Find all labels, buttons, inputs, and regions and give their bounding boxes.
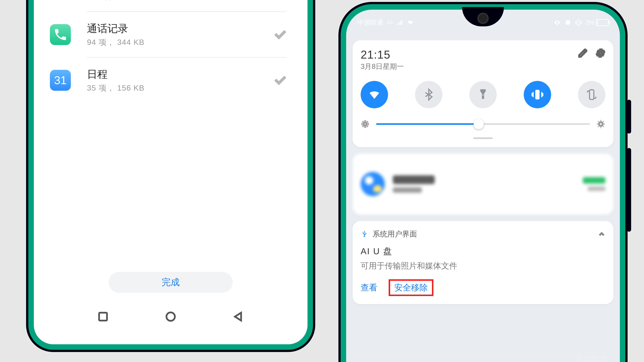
row-subtitle: 870 项， 2.47 MB bbox=[87, 0, 274, 2]
weather-app-icon bbox=[361, 172, 385, 196]
notif-title: AI U 盘 bbox=[361, 246, 605, 257]
notif-desc: 可用于传输照片和媒体文件 bbox=[361, 261, 605, 271]
android-nav-bar bbox=[34, 306, 308, 328]
qs-time: 21:15 bbox=[361, 48, 404, 61]
notification-item-blurred[interactable] bbox=[352, 153, 614, 215]
row-subtitle: 94 项， 344 KB bbox=[87, 37, 274, 47]
svg-line-13 bbox=[362, 126, 364, 127]
row-title: 通话记录 bbox=[87, 21, 274, 35]
svg-point-15 bbox=[599, 122, 602, 126]
backup-list: 信息 870 项， 2.47 MB 通话记录 94 项， 344 KB 31 bbox=[34, 0, 308, 103]
flashlight-toggle[interactable] bbox=[469, 81, 497, 108]
quick-settings-panel: 21:15 3月8日星期一 bbox=[352, 40, 614, 147]
qs-drag-handle[interactable] bbox=[473, 137, 493, 139]
wifi-toggle[interactable] bbox=[361, 81, 388, 108]
left-phone-frame: 信息 870 项， 2.47 MB 通话记录 94 项， 344 KB 31 bbox=[34, 0, 308, 344]
edit-tiles-button[interactable] bbox=[578, 48, 588, 58]
svg-point-1 bbox=[166, 313, 175, 321]
svg-rect-4 bbox=[535, 90, 540, 99]
brightness-slider[interactable] bbox=[361, 119, 605, 129]
row-subtitle: 35 项， 156 KB bbox=[87, 83, 274, 93]
right-phone-frame: 中国联通 4G 3% 21:15 3月8日星期一 bbox=[346, 10, 620, 362]
svg-line-23 bbox=[603, 121, 604, 122]
nav-recents-button[interactable] bbox=[98, 311, 109, 323]
nav-home-button[interactable] bbox=[165, 311, 176, 323]
list-item-calendar[interactable]: 31 日程 35 项， 156 KB bbox=[87, 57, 286, 103]
svg-line-14 bbox=[367, 121, 368, 122]
notification-shade[interactable]: 21:15 3月8日星期一 bbox=[346, 10, 620, 362]
checkmark-icon bbox=[274, 28, 286, 41]
chevron-up-icon[interactable] bbox=[598, 230, 605, 238]
bluetooth-toggle[interactable] bbox=[415, 81, 442, 108]
vibrate-toggle[interactable] bbox=[524, 81, 551, 108]
done-button[interactable]: 完成 bbox=[109, 272, 233, 293]
brightness-high-icon bbox=[596, 119, 605, 129]
list-item-calllog[interactable]: 通话记录 94 项， 344 KB bbox=[87, 11, 286, 57]
brightness-low-icon bbox=[361, 119, 370, 129]
brightness-thumb[interactable] bbox=[474, 119, 484, 129]
svg-line-22 bbox=[598, 126, 598, 127]
svg-line-12 bbox=[367, 126, 368, 127]
checkmark-icon bbox=[274, 74, 286, 87]
notification-item-usb[interactable]: 系统用户界面 AI U 盘 可用于传输照片和媒体文件 查看 安全移除 bbox=[352, 221, 614, 304]
calendar-icon: 31 bbox=[50, 70, 71, 91]
row-title: 日程 bbox=[87, 67, 274, 81]
svg-rect-5 bbox=[590, 90, 594, 99]
svg-line-20 bbox=[598, 121, 598, 122]
phone-icon bbox=[50, 24, 71, 45]
svg-line-21 bbox=[603, 126, 604, 127]
svg-point-3 bbox=[600, 52, 602, 54]
notification-manage-link[interactable]: 通知管理 bbox=[575, 354, 607, 362]
svg-line-11 bbox=[362, 121, 364, 122]
rotation-toggle[interactable] bbox=[578, 81, 605, 108]
nav-back-button[interactable] bbox=[233, 311, 244, 323]
svg-point-6 bbox=[364, 123, 367, 126]
notif-app-name: 系统用户界面 bbox=[372, 229, 417, 239]
list-item-messages[interactable]: 信息 870 项， 2.47 MB bbox=[34, 0, 308, 11]
qs-date: 3月8日星期一 bbox=[361, 62, 404, 71]
svg-marker-2 bbox=[235, 313, 241, 321]
svg-rect-0 bbox=[99, 313, 107, 321]
notif-action-view[interactable]: 查看 bbox=[361, 282, 378, 293]
usb-icon bbox=[361, 230, 368, 238]
settings-button[interactable] bbox=[596, 48, 605, 58]
notif-action-eject[interactable]: 安全移除 bbox=[389, 279, 434, 296]
